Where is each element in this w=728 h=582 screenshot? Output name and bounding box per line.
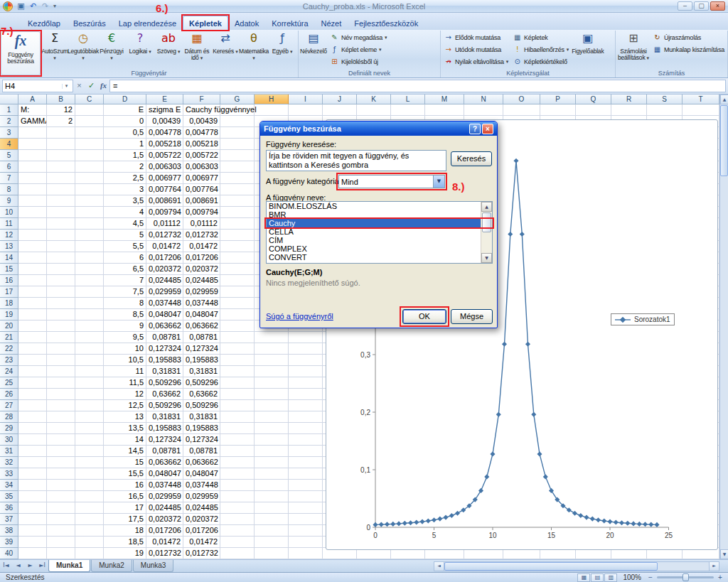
formula-input[interactable]: = — [109, 80, 726, 92]
column-header-T[interactable]: T — [682, 95, 719, 104]
cell-S1[interactable] — [647, 104, 682, 116]
cell-F6[interactable]: 0,006303 — [183, 161, 220, 173]
cell-D30[interactable]: 14 — [104, 434, 146, 446]
cell-F28[interactable]: 0,31831 — [183, 411, 220, 423]
cell-I23[interactable] — [289, 355, 323, 366]
cell-I32[interactable] — [289, 457, 323, 468]
row-header-14[interactable]: 14 — [0, 252, 18, 264]
cell-E13[interactable]: 0,01472 — [146, 241, 183, 252]
row-header-40[interactable]: 40 — [0, 548, 18, 559]
cell-H37[interactable] — [255, 514, 289, 525]
tab-adatok[interactable]: Adatok — [228, 16, 265, 30]
cell-H27[interactable] — [255, 400, 289, 411]
cell-F5[interactable]: 0,005722 — [183, 150, 220, 161]
cell-E6[interactable]: 0,006303 — [146, 161, 183, 173]
list-scroll-down-icon[interactable]: ▼ — [481, 253, 492, 263]
cell-G31[interactable] — [220, 446, 255, 457]
cell-G17[interactable] — [220, 286, 255, 298]
dialog-close-icon[interactable]: × — [482, 124, 493, 134]
cell-B38[interactable] — [47, 525, 75, 537]
cell-C21[interactable] — [75, 332, 104, 343]
cell-F10[interactable]: 0,009794 — [183, 207, 220, 218]
cell-F4[interactable]: 0,005218 — [183, 139, 220, 150]
sheet-tab-munka2[interactable]: Munka2 — [91, 560, 132, 572]
row-header-4[interactable]: 4 — [0, 139, 18, 150]
list-scroll-up-icon[interactable]: ▲ — [481, 202, 492, 212]
row-header-5[interactable]: 5 — [0, 150, 18, 161]
cell-C12[interactable] — [75, 230, 104, 241]
kepletkiertekelo-button[interactable]: ⊙Képletkiértékelő — [510, 55, 571, 68]
row-header-31[interactable]: 31 — [0, 446, 18, 457]
row-header-38[interactable]: 38 — [0, 525, 18, 537]
cell-B10[interactable] — [47, 207, 75, 218]
utodok-mutatasa-button[interactable]: →Utódok mutatása — [441, 43, 510, 55]
keplet-eleme-button[interactable]: ƒKéplet eleme▾ — [328, 43, 389, 55]
cell-A40[interactable] — [18, 548, 47, 559]
row-header-39[interactable]: 39 — [0, 537, 18, 548]
cell-A22[interactable] — [18, 343, 47, 355]
cell-B33[interactable] — [47, 468, 75, 480]
cell-E8[interactable]: 0,007764 — [146, 184, 183, 195]
figyeloablak-button[interactable]: ▣Figyelőablak — [571, 31, 604, 67]
cell-F35[interactable]: 0,029959 — [183, 491, 220, 502]
cell-D38[interactable]: 18 — [104, 525, 146, 537]
row-header-6[interactable]: 6 — [0, 161, 18, 173]
cell-D9[interactable]: 3,5 — [104, 195, 146, 207]
penzugyi-button[interactable]: €Pénzügyi ▾ — [97, 31, 126, 67]
cell-I1[interactable] — [289, 104, 323, 116]
column-header-A[interactable]: A — [18, 95, 47, 104]
cell-C6[interactable] — [75, 161, 104, 173]
row-header-35[interactable]: 35 — [0, 491, 18, 502]
cell-E34[interactable]: 0,037448 — [146, 480, 183, 491]
cell-G15[interactable] — [220, 264, 255, 275]
kepletek-button[interactable]: ▦Képletek — [510, 31, 571, 43]
row-header-23[interactable]: 23 — [0, 355, 18, 366]
szamolasi-beallitasok-button[interactable]: ⊞Számolási beállítások ▾ — [616, 31, 651, 67]
cell-D24[interactable]: 11 — [104, 366, 146, 377]
function-list[interactable]: BINOM.ELOSZLÁSBMRCauchyCELLACÍMCOMPLEXCO… — [266, 201, 493, 264]
cell-I35[interactable] — [289, 491, 323, 502]
cell-A32[interactable] — [18, 457, 47, 468]
cell-E30[interactable]: 0,127324 — [146, 434, 183, 446]
column-header-D[interactable]: D — [104, 95, 146, 104]
cell-G21[interactable] — [220, 332, 255, 343]
cell-G30[interactable] — [220, 434, 255, 446]
cell-E18[interactable]: 0,037448 — [146, 298, 183, 309]
cell-E2[interactable]: 0,00439 — [146, 116, 183, 127]
logikai-button[interactable]: ?Logikai ▾ — [126, 31, 154, 67]
cell-A14[interactable] — [18, 252, 47, 264]
kereses-button[interactable]: ⇄Keresés ▾ — [211, 31, 240, 67]
cell-A28[interactable] — [18, 411, 47, 423]
cell-D5[interactable]: 1,5 — [104, 150, 146, 161]
cell-I27[interactable] — [289, 400, 323, 411]
cell-P1[interactable] — [540, 104, 576, 116]
scroll-up-icon[interactable]: ▲ — [720, 95, 728, 104]
cell-D26[interactable]: 12 — [104, 389, 146, 400]
nevkezelo-button[interactable]: ▤Névkezelő — [299, 31, 328, 67]
cell-E31[interactable]: 0,08781 — [146, 446, 183, 457]
cell-A31[interactable] — [18, 446, 47, 457]
cell-J1[interactable] — [323, 104, 357, 116]
cell-G6[interactable] — [220, 161, 255, 173]
cell-B37[interactable] — [47, 514, 75, 525]
last-sheet-icon[interactable]: ►Ⅰ — [36, 560, 48, 572]
combo-dropdown-icon[interactable]: ▼ — [433, 176, 444, 188]
vertical-scrollbar[interactable]: ▲ ▼ — [719, 95, 728, 559]
cell-F16[interactable]: 0,024485 — [183, 275, 220, 286]
cell-B23[interactable] — [47, 355, 75, 366]
cell-F11[interactable]: 0,01112 — [183, 218, 220, 230]
cell-A20[interactable] — [18, 320, 47, 332]
cell-C13[interactable] — [75, 241, 104, 252]
cell-D39[interactable]: 18,5 — [104, 537, 146, 548]
row-header-15[interactable]: 15 — [0, 264, 18, 275]
function-item-bmr[interactable]: BMR — [267, 210, 481, 219]
cell-B9[interactable] — [47, 195, 75, 207]
nev-megadasa-button[interactable]: ✎Név megadása▾ — [328, 31, 389, 43]
save-icon[interactable]: ▣ — [15, 1, 27, 11]
cell-E16[interactable]: 0,024485 — [146, 275, 183, 286]
function-item-cella[interactable]: CELLA — [267, 227, 481, 236]
cell-G34[interactable] — [220, 480, 255, 491]
cell-G3[interactable] — [220, 127, 255, 139]
cell-A30[interactable] — [18, 434, 47, 446]
chart-legend[interactable]: Sorozatok1 — [611, 313, 675, 325]
